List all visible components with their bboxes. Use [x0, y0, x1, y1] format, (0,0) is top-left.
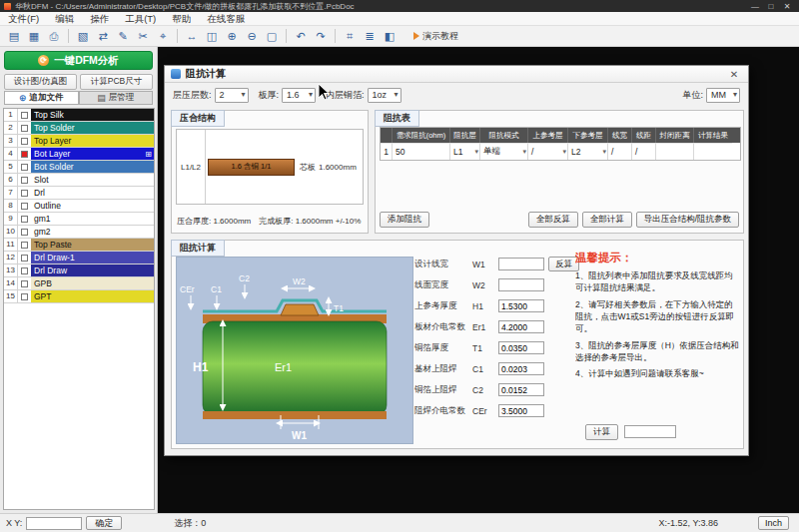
- layer-row[interactable]: 15 GPT: [4, 290, 154, 303]
- inner-copper-select[interactable]: 1oz: [368, 88, 401, 103]
- flip-board-icon[interactable]: ⇄: [94, 28, 112, 45]
- core-bar[interactable]: 1.6 含铜 1/1: [208, 159, 295, 176]
- board-view-icon[interactable]: ▧: [74, 28, 92, 45]
- layer-row[interactable]: 4 Bot Layer: [4, 148, 154, 161]
- tip-line: 3、阻抗的参考层厚度（H）依据压合结构和选择的参考层导出。: [575, 339, 739, 364]
- xy-input[interactable]: [26, 517, 82, 530]
- layer-checkbox[interactable]: [21, 138, 28, 145]
- design-view-button[interactable]: 设计图/仿真图: [4, 74, 77, 90]
- layer-checkbox[interactable]: [21, 177, 28, 184]
- shield-distance-cell[interactable]: [656, 143, 694, 160]
- redo-icon[interactable]: ↷: [312, 28, 330, 45]
- dielectric-constant-input[interactable]: [498, 320, 544, 333]
- layer-row[interactable]: 1 Top Silk: [4, 109, 154, 122]
- layer-row[interactable]: 8 Outline: [4, 200, 154, 213]
- menu-online-service[interactable]: 在线客服: [199, 12, 253, 26]
- layer-checkbox[interactable]: [21, 267, 28, 274]
- lower-ref-select[interactable]: L2: [568, 143, 608, 160]
- layer-list-icon[interactable]: ≣: [361, 28, 379, 45]
- calc-pcb-size-button[interactable]: 计算PCB尺寸: [80, 74, 153, 90]
- upper-ref-thickness-input[interactable]: [498, 299, 544, 312]
- top-width-input[interactable]: [498, 278, 544, 291]
- layer-row[interactable]: 2 Top Solder: [4, 122, 154, 135]
- layer-checkbox[interactable]: [21, 255, 28, 262]
- layer-row[interactable]: 6 Slot: [4, 174, 154, 187]
- layer-checkbox[interactable]: [21, 190, 28, 197]
- layer-row[interactable]: 7 Drl: [4, 187, 154, 200]
- layer-row[interactable]: 10 gm2: [4, 226, 154, 239]
- layer-row[interactable]: 14 GPB: [4, 277, 154, 290]
- locate-icon[interactable]: ⌖: [154, 28, 172, 45]
- tab-append-file[interactable]: ⊕ 追加文件: [4, 91, 79, 105]
- dialog-close-button[interactable]: ✕: [726, 69, 742, 80]
- unit-select[interactable]: MM: [706, 88, 740, 103]
- layer-row[interactable]: 5 Bot Solder: [4, 161, 154, 174]
- layer-row[interactable]: 3 Top Layer: [4, 135, 154, 148]
- layer-row[interactable]: 9 gm1: [4, 213, 154, 226]
- menu-tools[interactable]: 工具(T): [117, 12, 164, 26]
- tab-layer-manager[interactable]: ▤ 层管理: [79, 91, 154, 105]
- maximize-button[interactable]: □: [763, 2, 779, 11]
- zoom-fit-icon[interactable]: ▢: [263, 28, 281, 45]
- zoom-out-icon[interactable]: ⊖: [243, 28, 261, 45]
- field-symbol: Er1: [472, 322, 498, 332]
- compare-icon[interactable]: ◧: [381, 28, 399, 45]
- calc-all-button[interactable]: 全部计算: [582, 212, 632, 228]
- upper-ref-select[interactable]: /: [528, 143, 568, 160]
- impedance-layer-select[interactable]: L1: [450, 143, 480, 160]
- export-stackup-button[interactable]: 导出压合结构/阻抗参数: [636, 212, 739, 228]
- layer-row[interactable]: 12 Drl Draw-1: [4, 252, 154, 265]
- one-click-dfm-button[interactable]: ⟳ 一键DFM分析: [4, 51, 153, 70]
- edit-trace-icon[interactable]: ✎: [114, 28, 132, 45]
- dialog-icon: [171, 69, 181, 79]
- layer-checkbox[interactable]: [21, 229, 28, 236]
- layer-checkbox[interactable]: [21, 280, 28, 287]
- menu-file[interactable]: 文件(F): [0, 12, 47, 26]
- menu-operate[interactable]: 操作: [82, 12, 117, 26]
- line-gap-cell[interactable]: /: [632, 143, 656, 160]
- mask-dielectric-input[interactable]: [498, 404, 544, 417]
- layer-checkbox[interactable]: [21, 203, 28, 210]
- measure-icon[interactable]: ↔: [183, 28, 201, 45]
- impedance-mode-select[interactable]: 单端: [480, 143, 528, 160]
- layer-checkbox[interactable]: [21, 112, 28, 119]
- mask-on-substrate-input[interactable]: [498, 362, 544, 375]
- save-icon[interactable]: ▦: [25, 28, 43, 45]
- zoom-in-icon[interactable]: ⊕: [223, 28, 241, 45]
- cursor-coordinates: X:-1.52, Y:3.86: [659, 518, 718, 528]
- layer-checkbox[interactable]: [21, 293, 28, 300]
- layer-count-select[interactable]: 2: [215, 88, 249, 103]
- print-icon[interactable]: ⎙: [45, 28, 63, 45]
- layer-row[interactable]: 11 Top Paste: [4, 239, 154, 252]
- reverse-all-button[interactable]: 全部反算: [528, 212, 578, 228]
- menu-help[interactable]: 帮助: [164, 12, 199, 26]
- layer-checkbox[interactable]: [21, 242, 28, 249]
- open-folder-icon[interactable]: ▤: [5, 28, 23, 45]
- stackup-summary: 压合厚度: 1.6000mm 完成板厚: 1.6000mm +/-10%: [177, 216, 361, 227]
- close-button[interactable]: ✕: [779, 2, 795, 11]
- unit-toggle-button[interactable]: Inch: [758, 516, 789, 530]
- undo-icon[interactable]: ↶: [292, 28, 310, 45]
- impedance-table: 需求阻抗(ohm) 阻抗层 阻抗模式 上参考层 下参考层 线宽 线距 封闭距离 …: [380, 127, 741, 161]
- titlebar: 华秋DFM - C:/Users/Administrator/Desktop/P…: [0, 0, 799, 12]
- layer-checkbox[interactable]: [21, 125, 28, 132]
- layer-checkbox[interactable]: [21, 164, 28, 171]
- required-impedance-cell[interactable]: 50: [393, 143, 450, 160]
- field-symbol: T1: [472, 343, 498, 353]
- confirm-button[interactable]: 确定: [86, 516, 122, 530]
- minimize-button[interactable]: —: [747, 2, 763, 11]
- layer-checkbox[interactable]: [21, 216, 28, 223]
- panelize-icon[interactable]: ◫: [203, 28, 221, 45]
- layer-checkbox[interactable]: [21, 151, 28, 158]
- cut-icon[interactable]: ✂: [134, 28, 152, 45]
- mask-on-copper-input[interactable]: [498, 383, 544, 396]
- grid-icon[interactable]: ⌗: [341, 28, 359, 45]
- menu-edit[interactable]: 编辑: [47, 12, 82, 26]
- layer-row[interactable]: 13 Drl Draw: [4, 265, 154, 277]
- board-thickness-select[interactable]: 1.6: [282, 88, 316, 103]
- tutorial-button[interactable]: 演示教程: [407, 29, 464, 44]
- design-width-input[interactable]: [498, 258, 544, 270]
- copper-thickness-input[interactable]: [498, 341, 544, 354]
- line-width-cell[interactable]: /: [608, 143, 632, 160]
- add-impedance-button[interactable]: 添加阻抗: [380, 212, 429, 228]
